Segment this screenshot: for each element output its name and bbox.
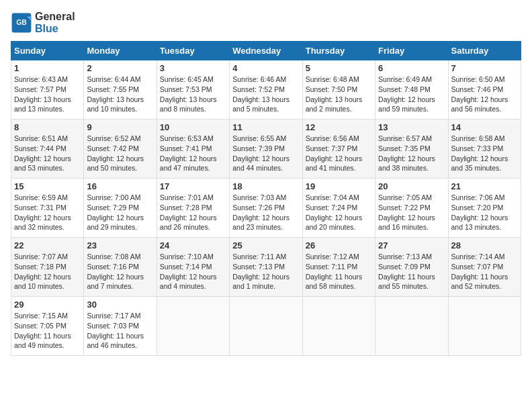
day-info: Sunrise: 6:57 AM Sunset: 7:35 PM Dayligh…	[378, 134, 445, 173]
weekday-header-saturday: Saturday	[448, 42, 521, 60]
day-number: 17	[160, 181, 226, 191]
day-info: Sunrise: 7:05 AM Sunset: 7:22 PM Dayligh…	[378, 193, 445, 232]
calendar-table: SundayMondayTuesdayWednesdayThursdayFrid…	[11, 41, 521, 356]
day-number: 15	[14, 181, 81, 191]
day-number: 13	[378, 122, 445, 132]
weekday-header-sunday: Sunday	[11, 42, 84, 60]
day-info: Sunrise: 7:14 AM Sunset: 7:07 PM Dayligh…	[451, 252, 518, 291]
day-info: Sunrise: 6:53 AM Sunset: 7:41 PM Dayligh…	[160, 134, 226, 173]
day-info: Sunrise: 6:59 AM Sunset: 7:31 PM Dayligh…	[14, 193, 81, 232]
calendar-cell: 28Sunrise: 7:14 AM Sunset: 7:07 PM Dayli…	[448, 238, 521, 297]
calendar-cell: 14Sunrise: 6:58 AM Sunset: 7:33 PM Dayli…	[448, 120, 521, 179]
day-number: 23	[87, 240, 153, 250]
day-number: 11	[232, 122, 299, 132]
day-number: 1	[14, 63, 81, 73]
weekday-header-monday: Monday	[84, 42, 157, 60]
day-info: Sunrise: 6:55 AM Sunset: 7:39 PM Dayligh…	[232, 134, 299, 173]
day-info: Sunrise: 7:13 AM Sunset: 7:09 PM Dayligh…	[378, 252, 445, 291]
day-number: 5	[306, 63, 372, 73]
calendar-cell: 29Sunrise: 7:15 AM Sunset: 7:05 PM Dayli…	[11, 297, 84, 356]
svg-text:GB: GB	[16, 19, 27, 26]
day-info: Sunrise: 6:51 AM Sunset: 7:44 PM Dayligh…	[14, 134, 81, 173]
calendar-week-row: 22Sunrise: 7:07 AM Sunset: 7:18 PM Dayli…	[11, 238, 521, 297]
day-number: 18	[232, 181, 299, 191]
calendar-cell: 21Sunrise: 7:06 AM Sunset: 7:20 PM Dayli…	[448, 179, 521, 238]
calendar-cell: 12Sunrise: 6:56 AM Sunset: 7:37 PM Dayli…	[302, 120, 375, 179]
logo: GB General Blue	[11, 11, 75, 34]
calendar-cell: 8Sunrise: 6:51 AM Sunset: 7:44 PM Daylig…	[11, 120, 84, 179]
day-number: 3	[160, 63, 226, 73]
day-number: 10	[160, 122, 226, 132]
day-number: 14	[451, 122, 518, 132]
weekday-header-wednesday: Wednesday	[230, 42, 302, 60]
day-number: 30	[87, 300, 153, 310]
calendar-cell: 3Sunrise: 6:45 AM Sunset: 7:53 PM Daylig…	[157, 60, 229, 120]
calendar-cell: 6Sunrise: 6:49 AM Sunset: 7:48 PM Daylig…	[375, 60, 448, 120]
calendar-week-row: 1Sunrise: 6:43 AM Sunset: 7:57 PM Daylig…	[11, 60, 521, 120]
day-number: 6	[378, 63, 445, 73]
calendar-cell: 7Sunrise: 6:50 AM Sunset: 7:46 PM Daylig…	[448, 60, 521, 120]
day-number: 25	[232, 240, 299, 250]
day-number: 29	[14, 300, 81, 310]
day-number: 4	[232, 63, 299, 73]
day-info: Sunrise: 6:50 AM Sunset: 7:46 PM Dayligh…	[451, 75, 518, 114]
day-number: 28	[451, 240, 518, 250]
day-info: Sunrise: 6:43 AM Sunset: 7:57 PM Dayligh…	[14, 75, 81, 114]
logo-icon: GB	[11, 12, 32, 34]
calendar-cell	[302, 297, 375, 356]
day-number: 19	[306, 181, 372, 191]
calendar-cell: 19Sunrise: 7:04 AM Sunset: 7:24 PM Dayli…	[302, 179, 375, 238]
calendar-cell: 20Sunrise: 7:05 AM Sunset: 7:22 PM Dayli…	[375, 179, 448, 238]
day-info: Sunrise: 6:46 AM Sunset: 7:52 PM Dayligh…	[232, 75, 299, 114]
day-info: Sunrise: 6:48 AM Sunset: 7:50 PM Dayligh…	[306, 75, 372, 114]
calendar-cell: 2Sunrise: 6:44 AM Sunset: 7:55 PM Daylig…	[84, 60, 157, 120]
day-number: 26	[306, 240, 372, 250]
day-info: Sunrise: 7:17 AM Sunset: 7:03 PM Dayligh…	[87, 311, 153, 351]
day-info: Sunrise: 6:56 AM Sunset: 7:37 PM Dayligh…	[306, 134, 372, 173]
calendar-cell: 16Sunrise: 7:00 AM Sunset: 7:29 PM Dayli…	[84, 179, 157, 238]
weekday-header-tuesday: Tuesday	[157, 42, 229, 60]
calendar-cell: 1Sunrise: 6:43 AM Sunset: 7:57 PM Daylig…	[11, 60, 84, 120]
calendar-cell: 30Sunrise: 7:17 AM Sunset: 7:03 PM Dayli…	[84, 297, 157, 356]
weekday-header-friday: Friday	[375, 42, 448, 60]
day-info: Sunrise: 7:00 AM Sunset: 7:29 PM Dayligh…	[87, 193, 153, 232]
calendar-cell: 24Sunrise: 7:10 AM Sunset: 7:14 PM Dayli…	[157, 238, 229, 297]
calendar-week-row: 8Sunrise: 6:51 AM Sunset: 7:44 PM Daylig…	[11, 120, 521, 179]
day-number: 21	[451, 181, 518, 191]
day-info: Sunrise: 7:08 AM Sunset: 7:16 PM Dayligh…	[87, 252, 153, 291]
calendar-cell: 26Sunrise: 7:12 AM Sunset: 7:11 PM Dayli…	[302, 238, 375, 297]
logo-line1: General	[35, 11, 75, 23]
calendar-cell: 13Sunrise: 6:57 AM Sunset: 7:35 PM Dayli…	[375, 120, 448, 179]
calendar-week-row: 15Sunrise: 6:59 AM Sunset: 7:31 PM Dayli…	[11, 179, 521, 238]
day-number: 12	[306, 122, 372, 132]
day-info: Sunrise: 7:10 AM Sunset: 7:14 PM Dayligh…	[160, 252, 226, 291]
calendar-cell: 10Sunrise: 6:53 AM Sunset: 7:41 PM Dayli…	[157, 120, 229, 179]
day-info: Sunrise: 6:49 AM Sunset: 7:48 PM Dayligh…	[378, 75, 445, 114]
calendar-cell: 23Sunrise: 7:08 AM Sunset: 7:16 PM Dayli…	[84, 238, 157, 297]
calendar-cell: 9Sunrise: 6:52 AM Sunset: 7:42 PM Daylig…	[84, 120, 157, 179]
calendar-cell	[230, 297, 302, 356]
calendar-cell: 27Sunrise: 7:13 AM Sunset: 7:09 PM Dayli…	[375, 238, 448, 297]
day-info: Sunrise: 7:07 AM Sunset: 7:18 PM Dayligh…	[14, 252, 81, 291]
day-number: 27	[378, 240, 445, 250]
calendar-cell	[448, 297, 521, 356]
calendar-cell: 5Sunrise: 6:48 AM Sunset: 7:50 PM Daylig…	[302, 60, 375, 120]
calendar-cell: 25Sunrise: 7:11 AM Sunset: 7:13 PM Dayli…	[230, 238, 302, 297]
calendar-cell	[375, 297, 448, 356]
logo-line2: Blue	[35, 23, 75, 35]
day-number: 20	[378, 181, 445, 191]
day-info: Sunrise: 7:12 AM Sunset: 7:11 PM Dayligh…	[306, 252, 372, 291]
weekday-header-row: SundayMondayTuesdayWednesdayThursdayFrid…	[11, 42, 521, 60]
calendar-cell: 22Sunrise: 7:07 AM Sunset: 7:18 PM Dayli…	[11, 238, 84, 297]
calendar-cell: 17Sunrise: 7:01 AM Sunset: 7:28 PM Dayli…	[157, 179, 229, 238]
day-info: Sunrise: 7:04 AM Sunset: 7:24 PM Dayligh…	[306, 193, 372, 232]
day-info: Sunrise: 7:03 AM Sunset: 7:26 PM Dayligh…	[232, 193, 299, 232]
day-info: Sunrise: 7:01 AM Sunset: 7:28 PM Dayligh…	[160, 193, 226, 232]
day-number: 16	[87, 181, 153, 191]
calendar-cell: 4Sunrise: 6:46 AM Sunset: 7:52 PM Daylig…	[230, 60, 302, 120]
day-info: Sunrise: 6:45 AM Sunset: 7:53 PM Dayligh…	[160, 75, 226, 114]
calendar-cell	[157, 297, 229, 356]
day-number: 22	[14, 240, 81, 250]
calendar-week-row: 29Sunrise: 7:15 AM Sunset: 7:05 PM Dayli…	[11, 297, 521, 356]
page-header: GB General Blue	[11, 11, 521, 34]
